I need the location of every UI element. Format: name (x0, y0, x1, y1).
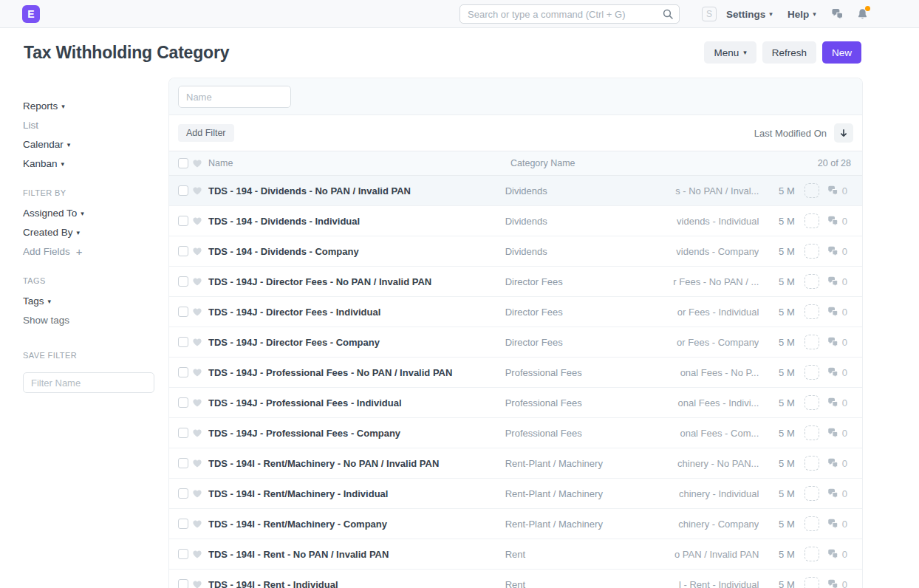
row-checkbox[interactable] (178, 185, 188, 196)
search-input[interactable] (460, 4, 680, 24)
comment-icon (827, 519, 839, 530)
row-checkbox[interactable] (178, 246, 188, 256)
settings-menu[interactable]: Settings ▾ (726, 0, 773, 28)
row-title-link[interactable]: TDS - 194 - Dividends - No PAN / Invalid… (208, 185, 505, 196)
row-checkbox[interactable] (178, 397, 188, 408)
assign-placeholder[interactable] (804, 365, 819, 380)
show-tags-button[interactable]: Show tags (23, 310, 154, 329)
row-checkbox[interactable] (178, 367, 188, 377)
row-title-link[interactable]: TDS - 194I - Rent/Machinery - No PAN / I… (208, 458, 505, 469)
sort-direction-button[interactable] (834, 123, 853, 143)
table-row[interactable]: TDS - 194I - Rent - No PAN / Invalid PAN… (169, 539, 862, 570)
menu-button[interactable]: Menu ▾ (704, 41, 756, 64)
refresh-button[interactable]: Refresh (762, 41, 816, 64)
table-row[interactable]: TDS - 194J - Professional Fees - Individ… (169, 388, 862, 418)
row-title-link[interactable]: TDS - 194J - Professional Fees - No PAN … (208, 367, 505, 378)
table-row[interactable]: TDS - 194I - Rent/Machinery - No PAN / I… (169, 448, 862, 479)
chat-button[interactable] (830, 0, 844, 28)
row-title-link[interactable]: TDS - 194J - Professional Fees - Individ… (208, 397, 505, 408)
like-heart-icon[interactable] (192, 397, 202, 408)
sidebar-view-list[interactable]: List (23, 115, 154, 134)
table-row[interactable]: TDS - 194J - Director Fees - No PAN / In… (169, 267, 862, 297)
assign-placeholder[interactable] (804, 486, 819, 501)
table-row[interactable]: TDS - 194I - Rent/Machinery - Company Re… (169, 509, 862, 539)
like-heart-icon[interactable] (192, 549, 202, 559)
row-checkbox[interactable] (178, 519, 188, 529)
assign-placeholder[interactable] (804, 244, 819, 259)
row-title-link[interactable]: TDS - 194I - Rent - Individual (208, 579, 505, 588)
help-menu[interactable]: Help ▾ (788, 0, 816, 28)
session-initial-badge[interactable]: S (702, 7, 717, 21)
row-title-link[interactable]: TDS - 194J - Professional Fees - Company (208, 428, 505, 439)
new-button[interactable]: New (822, 41, 861, 64)
notifications-button[interactable] (856, 0, 869, 28)
like-heart-icon[interactable] (192, 458, 202, 468)
table-row[interactable]: TDS - 194J - Director Fees - Individual … (169, 297, 862, 327)
table-row[interactable]: TDS - 194 - Dividends - No PAN / Invalid… (169, 176, 862, 206)
row-title-link[interactable]: TDS - 194I - Rent/Machinery - Individual (208, 488, 505, 499)
name-filter-input[interactable] (178, 86, 291, 108)
sidebar-view-reports[interactable]: Reports▾ (23, 96, 154, 115)
assign-placeholder[interactable] (804, 547, 819, 561)
row-checkbox[interactable] (178, 579, 188, 588)
table-row[interactable]: TDS - 194J - Professional Fees - No PAN … (169, 358, 862, 388)
row-title-link[interactable]: TDS - 194 - Dividends - Individual (208, 216, 505, 227)
assign-placeholder[interactable] (804, 456, 819, 471)
table-row[interactable]: TDS - 194I - Rent/Machinery - Individual… (169, 479, 862, 509)
row-title-link[interactable]: TDS - 194I - Rent - No PAN / Invalid PAN (208, 549, 505, 560)
sidebar-view-calendar[interactable]: Calendar▾ (23, 134, 154, 154)
like-heart-icon[interactable] (192, 185, 202, 196)
like-heart-icon[interactable] (192, 276, 202, 287)
assign-placeholder[interactable] (804, 577, 819, 588)
sidebar-filter-assigned-to[interactable]: Assigned To▾ (23, 203, 154, 222)
table-row[interactable]: TDS - 194I - Rent - Individual Rent l - … (169, 570, 862, 588)
add-fields-button[interactable]: Add Fields + (23, 242, 154, 261)
like-heart-icon[interactable] (192, 367, 202, 377)
row-title-link[interactable]: TDS - 194J - Director Fees - Individual (208, 307, 505, 318)
assign-placeholder[interactable] (804, 274, 819, 289)
assign-placeholder[interactable] (804, 335, 819, 349)
row-title-link[interactable]: TDS - 194J - Director Fees - Company (208, 337, 505, 348)
like-heart-icon[interactable] (192, 337, 202, 347)
like-heart-icon[interactable] (192, 246, 202, 256)
tags-dropdown[interactable]: Tags ▾ (23, 291, 154, 310)
app-logo[interactable]: E (22, 5, 40, 23)
row-checkbox[interactable] (178, 428, 188, 438)
list-rows: TDS - 194 - Dividends - No PAN / Invalid… (169, 176, 862, 588)
table-row[interactable]: TDS - 194J - Director Fees - Company Dir… (169, 327, 862, 358)
like-heart-icon[interactable] (192, 519, 202, 529)
assign-placeholder[interactable] (804, 516, 819, 531)
assign-placeholder[interactable] (804, 183, 819, 198)
row-checkbox[interactable] (178, 488, 188, 499)
like-heart-icon[interactable] (192, 428, 202, 438)
row-title-link[interactable]: TDS - 194J - Director Fees - No PAN / In… (208, 276, 505, 287)
like-heart-icon[interactable] (192, 488, 202, 499)
row-checkbox[interactable] (178, 337, 188, 347)
assign-placeholder[interactable] (804, 395, 819, 410)
row-title-link[interactable]: TDS - 194I - Rent/Machinery - Company (208, 519, 505, 530)
row-title-link[interactable]: TDS - 194 - Dividends - Company (208, 246, 505, 257)
like-heart-icon[interactable] (192, 216, 202, 226)
table-row[interactable]: TDS - 194 - Dividends - Individual Divid… (169, 206, 862, 236)
like-heart-icon[interactable] (192, 579, 202, 588)
liked-filter-heart-icon[interactable] (192, 158, 202, 168)
row-checkbox[interactable] (178, 549, 188, 559)
sidebar-view-kanban[interactable]: Kanban▾ (23, 154, 154, 173)
filter-name-input[interactable] (23, 372, 154, 393)
assign-placeholder[interactable] (804, 213, 819, 228)
row-checkbox[interactable] (178, 307, 188, 317)
sort-field-selector[interactable]: Last Modified On (754, 128, 827, 139)
like-heart-icon[interactable] (192, 307, 202, 317)
assign-placeholder[interactable] (804, 425, 819, 440)
select-all-checkbox[interactable] (178, 158, 188, 168)
row-checkbox[interactable] (178, 216, 188, 226)
assign-placeholder[interactable] (804, 304, 819, 319)
comment-icon (827, 488, 839, 499)
row-checkbox[interactable] (178, 276, 188, 287)
result-count[interactable]: 20 of 28 (818, 158, 851, 168)
row-checkbox[interactable] (178, 458, 188, 468)
table-row[interactable]: TDS - 194J - Professional Fees - Company… (169, 418, 862, 448)
table-row[interactable]: TDS - 194 - Dividends - Company Dividend… (169, 236, 862, 267)
add-filter-button[interactable]: Add Filter (178, 124, 234, 142)
sidebar-filter-created-by[interactable]: Created By▾ (23, 222, 154, 242)
